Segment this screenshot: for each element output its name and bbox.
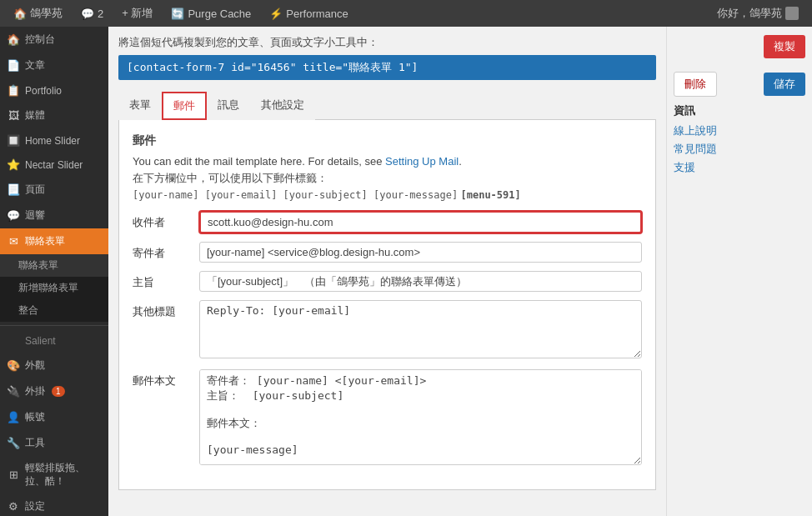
sidebar-item-users[interactable]: 👤 帳號 [0, 404, 108, 430]
tab-form-label: 表單 [129, 98, 151, 111]
posts-icon: 📄 [7, 59, 20, 72]
mail-description: You can edit the mail template here. For… [133, 155, 642, 168]
headers-textarea[interactable]: Reply-To: [your-email] [199, 300, 642, 358]
tab-other-settings[interactable]: 其他設定 [250, 92, 315, 120]
visual-editor-icon: ⊞ [7, 468, 20, 481]
sidebar-item-posts[interactable]: 📄 文章 [0, 53, 108, 78]
sidebar-label-posts: 文章 [25, 58, 45, 73]
shortcode-description: 將這個短代碼複製到您的文章、頁面或文字小工具中： [118, 35, 656, 50]
sidebar-item-salient[interactable]: Salient [0, 329, 108, 353]
subject-label: 主旨 [133, 271, 199, 290]
setting-up-mail-link[interactable]: Setting Up Mail [385, 155, 459, 168]
tab-mail-label: 郵件 [173, 99, 195, 112]
sidebar-item-tools[interactable]: 🔧 工具 [0, 430, 108, 456]
purge-cache-link[interactable]: 🔄 Purge Cache [164, 0, 258, 27]
sidebar-item-appearance[interactable]: 🎨 外觀 [0, 353, 108, 378]
media-icon: 🖼 [7, 109, 20, 122]
submenu-integration[interactable]: 整合 [0, 299, 108, 322]
comments-menu-icon: 💬 [7, 209, 20, 222]
portfolio-icon: 📋 [7, 84, 20, 97]
shortcode-value[interactable]: [contact-form-7 id="16456" title="聯絡表單 1… [118, 55, 656, 80]
mail-desc-period: . [459, 155, 462, 168]
admin-sidebar: 🏠 控制台 📄 文章 📋 Portfolio 🖼 媒體 🔲 Home Slide… [0, 27, 108, 516]
from-field [199, 242, 642, 263]
performance-link[interactable]: ⚡ Performance [263, 0, 354, 27]
to-field-row: 收件者 [133, 211, 642, 233]
sidebar-item-nectar-slider[interactable]: ⭐ Nectar Slider [0, 153, 108, 177]
mail-tags-bold: [menu-591] [460, 189, 520, 201]
sidebar-item-home-slider[interactable]: 🔲 Home Slider [0, 128, 108, 153]
sidebar-item-contact-forms[interactable]: ✉ 聯絡表單 [0, 228, 108, 254]
tab-form[interactable]: 表單 [118, 92, 162, 120]
comments-count: 2 [98, 8, 103, 20]
site-name: 鴿學苑 [30, 6, 63, 21]
tab-mail[interactable]: 郵件 [162, 92, 207, 120]
mail-tags-desc: 在下方欄位中，可以使用以下郵件標籤： [133, 171, 642, 186]
menu-divider-1 [0, 325, 108, 326]
sidebar-item-media[interactable]: 🖼 媒體 [0, 103, 108, 128]
sidebar-item-portfolio[interactable]: 📋 Portfolio [0, 78, 108, 103]
subject-field [199, 271, 642, 292]
sidebar-label-visual-editor: 輕鬆排版拖、拉、酷！ [25, 462, 102, 488]
nectar-slider-icon: ⭐ [7, 158, 20, 171]
subject-field-row: 主旨 [133, 271, 642, 292]
submenu-contact-forms[interactable]: 聯絡表單 [0, 254, 108, 277]
support-link[interactable]: 支援 [674, 160, 805, 175]
delete-button[interactable]: 刪除 [674, 72, 717, 97]
online-help-link[interactable]: 線上說明 [674, 123, 805, 138]
from-input[interactable] [199, 242, 642, 263]
sidebar-label-salient: Salient [7, 335, 56, 347]
mail-tags-text: [your-name] [your-email] [your-subject] … [133, 189, 458, 201]
tab-messages[interactable]: 訊息 [207, 92, 250, 120]
sidebar-item-pages[interactable]: 📃 頁面 [0, 177, 108, 203]
avatar [785, 7, 799, 20]
copy-section: 複製 [674, 35, 805, 58]
sidebar-label-plugins: 外掛 [25, 384, 45, 398]
adminbar-right: 你好，鴿學苑 [717, 6, 805, 21]
from-label: 寄件者 [133, 242, 199, 261]
to-field[interactable] [199, 211, 642, 233]
body-label: 郵件本文 [133, 369, 199, 388]
sidebar-label-comments: 迴響 [25, 208, 45, 223]
submenu-label-integration: 整合 [18, 303, 38, 318]
sidebar-label-pages: 頁面 [25, 183, 45, 197]
purge-icon: 🔄 [171, 8, 184, 20]
comments-link[interactable]: 💬 2 [74, 0, 110, 27]
sidebar-item-settings[interactable]: ⚙ 設定 [0, 493, 108, 516]
add-new-link[interactable]: + 新增 [115, 0, 159, 27]
info-section: 資訊 線上說明 常見問題 支援 [674, 103, 805, 175]
appearance-icon: 🎨 [7, 359, 20, 372]
to-input[interactable] [199, 211, 642, 233]
sidebar-label-home-slider: Home Slider [25, 135, 80, 147]
plugins-icon: 🔌 [7, 385, 20, 398]
headers-field: Reply-To: [your-email] [199, 300, 642, 361]
sidebar-label-appearance: 外觀 [25, 358, 45, 373]
performance-label: Performance [286, 8, 348, 20]
settings-icon: ⚙ [7, 500, 20, 513]
sidebar-label-settings: 設定 [25, 499, 45, 513]
subject-input[interactable] [199, 271, 642, 292]
from-field-row: 寄件者 [133, 242, 642, 263]
submenu-label-contact-forms: 聯絡表單 [18, 258, 58, 273]
sidebar-item-dashboard[interactable]: 🏠 控制台 [0, 27, 108, 53]
sidebar-item-comments[interactable]: 💬 迴響 [0, 203, 108, 228]
mail-panel: 郵件 You can edit the mail template here. … [118, 120, 656, 490]
headers-label: 其他標題 [133, 300, 199, 319]
add-new-label: + 新增 [122, 6, 153, 21]
users-icon: 👤 [7, 411, 20, 423]
submenu-add-new-contact[interactable]: 新增聯絡表單 [0, 277, 108, 299]
sidebar-label-nectar-slider: Nectar Slider [25, 159, 83, 171]
body-textarea[interactable]: 寄件者： [your-name] <[your-email]> 主旨： [you… [199, 369, 642, 465]
mail-tags-list: [your-name] [your-email] [your-subject] … [133, 189, 642, 201]
to-label: 收件者 [133, 211, 199, 230]
mail-desc-text: You can edit the mail template here. For… [133, 155, 385, 168]
sidebar-item-plugins[interactable]: 🔌 外掛 1 [0, 378, 108, 404]
contact-forms-icon: ✉ [7, 235, 20, 248]
faq-link[interactable]: 常見問題 [674, 142, 805, 157]
sidebar-label-tools: 工具 [25, 436, 45, 450]
sidebar-item-visual-editor[interactable]: ⊞ 輕鬆排版拖、拉、酷！ [0, 456, 108, 493]
save-button[interactable]: 儲存 [764, 73, 805, 96]
home-slider-icon: 🔲 [7, 134, 20, 147]
copy-button[interactable]: 複製 [764, 35, 805, 58]
site-name-link[interactable]: 🏠 鴿學苑 [7, 0, 69, 27]
